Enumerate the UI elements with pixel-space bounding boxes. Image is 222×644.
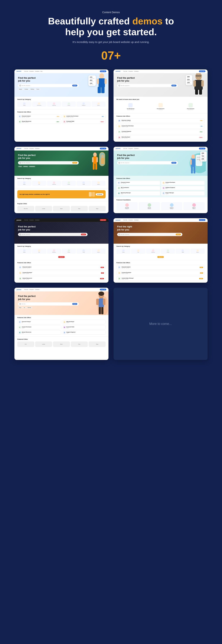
category-item[interactable]: Marketing (146, 248, 160, 254)
job-item[interactable]: R React Developer NYC · Part Time Urgent (116, 135, 205, 140)
category-item[interactable]: Development (32, 102, 46, 107)
nav-cta-btn[interactable]: Post a Job (100, 219, 106, 221)
job-item[interactable]: M Frontend Seller Berlin (62, 325, 106, 330)
job-item[interactable]: C Web Developer Remote (62, 320, 106, 324)
search-bar-4[interactable]: Job title, keyword... Search (117, 161, 178, 164)
search-btn-4[interactable]: Search (171, 162, 177, 164)
job-item[interactable]: H HR Coordinator London (116, 186, 160, 190)
demo-card-7[interactable]: jobster Find Jobs Companies Candidates P… (14, 288, 108, 360)
demo-card-5[interactable]: jobster Find Jobs Companies Candidates P… (14, 218, 108, 283)
category-item[interactable]: Fashion (92, 248, 106, 254)
category-icon (23, 250, 25, 252)
job-item[interactable]: X Content Test Developer Remote · Part T… (62, 114, 106, 118)
job-item[interactable]: H Content Sales Manager London · Full Ti… (116, 276, 205, 281)
category-item[interactable]: Marketing (47, 248, 61, 254)
city-item[interactable]: Berlin (53, 342, 70, 347)
city-item[interactable]: NYC (17, 342, 34, 347)
category-item[interactable]: Dev (32, 248, 46, 254)
job-item[interactable]: F Financial Analyst NY · Full Time (116, 181, 160, 185)
city-item[interactable]: London (35, 342, 52, 347)
category-item[interactable]: Healthcare (77, 102, 91, 107)
job-item[interactable]: F Financial Analyst New York · Full Time… (17, 114, 61, 118)
category-item[interactable]: Leadership (47, 102, 61, 107)
category-item[interactable]: Dev (32, 181, 46, 186)
nav-cta-btn[interactable]: Post a Job (199, 219, 206, 221)
demo-card-2[interactable]: jobster Find Jobs Companies Candidates P… (114, 70, 208, 142)
category-item[interactable]: Finance (161, 248, 175, 254)
nav-link: Companies (128, 148, 133, 149)
job-item[interactable]: F Frontend Engineer Berlin · Full Time O… (116, 130, 205, 134)
category-item[interactable]: Fashion (92, 181, 106, 186)
job-item[interactable]: F Financial Analyst NY (17, 320, 61, 324)
nav-cta-btn[interactable]: Post a Job (100, 148, 106, 150)
job-item[interactable]: C Content Test Developer Remote · Contra… (116, 124, 205, 129)
category-item[interactable]: Health (176, 248, 190, 254)
category-item[interactable]: Design (17, 181, 31, 186)
category-item[interactable]: Leadership (47, 181, 61, 186)
category-item[interactable]: Finance (62, 248, 76, 254)
city-item[interactable]: Tokyo (89, 342, 106, 347)
search-bar-2[interactable]: Job title, keyword... Search (117, 84, 178, 87)
search-btn-5[interactable]: Search (81, 234, 86, 235)
category-item[interactable]: Design (17, 248, 31, 254)
category-icon (167, 250, 169, 252)
job-item[interactable]: F Financial Analyst New York · Full Time… (116, 265, 205, 270)
demo-card-3[interactable]: jobster Find Jobs Companies Candidates P… (14, 147, 108, 213)
job-item[interactable]: C Content Developer Remote · Contract Ho… (116, 270, 205, 275)
candidate-card[interactable]: Emily R. Manager (161, 202, 182, 210)
category-item[interactable]: Design (116, 248, 130, 254)
job-item[interactable]: M Marketing Manager Paris (116, 191, 160, 196)
city-item[interactable]: Paris (71, 342, 88, 347)
job-item[interactable]: C Content Developer Remote · Contract Ho… (17, 270, 106, 275)
job-item[interactable]: R Human Resources Paris (17, 330, 61, 335)
nav-cta-btn[interactable]: Post a Job (100, 70, 106, 72)
search-bar-7[interactable]: Job title... Search (18, 302, 79, 306)
candidate-card[interactable]: Sarah M. Designer (116, 202, 138, 210)
category-item[interactable]: Design (17, 102, 31, 107)
job-item[interactable]: L Content Developer London (17, 325, 61, 330)
demo-card-6[interactable]: jobster Find Jobs Companies Candidates P… (114, 218, 208, 283)
category-item[interactable]: Finance (62, 181, 76, 186)
search-bar-6[interactable]: Job title, keyword... Search (117, 233, 182, 236)
search-btn-6[interactable]: Search (176, 234, 181, 235)
search-bar-5[interactable]: Job title, keyword... Search (18, 233, 88, 236)
city-item[interactable]: Berlin (53, 206, 70, 211)
category-item[interactable]: Finance (62, 102, 76, 107)
job-logo: L (18, 326, 21, 328)
job-item[interactable]: F Financial Analyst New York · Full Time… (17, 265, 106, 270)
city-item[interactable]: London (35, 206, 52, 211)
job-info: Content Developer Remote · Contract (22, 272, 100, 274)
job-item[interactable]: B Business Analyst London · Full Time · … (116, 118, 205, 123)
demo-card-4[interactable]: jobster Find Jobs Companies Candidates P… (114, 147, 208, 213)
search-btn-3[interactable]: Search (72, 162, 77, 164)
category-item[interactable]: Dev (131, 248, 145, 254)
nav-cta-btn[interactable]: Post a Job (100, 288, 106, 290)
job-item[interactable]: P Project Manager Remote (161, 191, 205, 196)
job-item[interactable]: F Frontend Seller Berlin · Contract Urge… (62, 120, 106, 124)
city-item[interactable]: Paris (71, 206, 88, 211)
city-item[interactable]: New York (17, 206, 34, 211)
show-all-btn[interactable]: Show All (58, 256, 65, 258)
candidate-card[interactable]: Mark T. Engineer (184, 202, 205, 210)
job-item[interactable]: C Content Developer Remote (161, 181, 205, 185)
nav-cta-btn[interactable]: Post a Job (199, 148, 206, 150)
job-item[interactable]: H Human Resources London · Full Time Ope… (17, 120, 61, 124)
job-item[interactable]: H Human Resources London · Full Time Ope… (17, 276, 106, 281)
category-item[interactable]: Health (77, 181, 91, 186)
search-btn-2[interactable]: Search (171, 85, 177, 86)
search-btn-7[interactable]: Search (72, 303, 77, 305)
cta-btn[interactable]: Get Started (96, 193, 103, 196)
category-item[interactable]: Fashion (191, 248, 205, 254)
show-all-btn-6[interactable]: Show All (157, 256, 164, 258)
job-item[interactable]: S Software Engineer Berlin (161, 186, 205, 190)
demo-card-1[interactable]: jobster Find Jobs Companies Candidates B… (14, 70, 108, 142)
category-item[interactable]: Health (77, 248, 91, 254)
job-item[interactable]: S Support Engineer Tokyo (62, 330, 106, 335)
search-bar-3[interactable]: Job title, keyword... Search (18, 161, 79, 164)
search-btn-1[interactable]: Search (72, 85, 77, 86)
candidate-card[interactable]: John D. Developer (139, 202, 160, 210)
nav-cta-btn[interactable]: Post a Job (199, 70, 206, 72)
city-item[interactable]: Tokyo (89, 206, 106, 211)
category-item[interactable]: Fashion (92, 102, 106, 107)
search-bar-1[interactable]: Job title, keyword... Search (18, 84, 79, 87)
